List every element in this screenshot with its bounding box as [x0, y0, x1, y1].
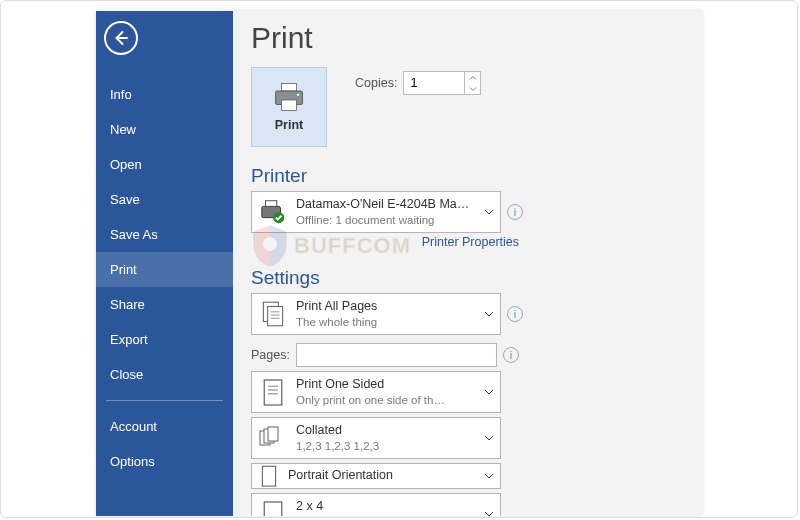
pages-input[interactable]	[296, 343, 497, 367]
sidebar-item-save-as[interactable]: Save As	[96, 217, 233, 252]
arrow-left-icon	[112, 29, 130, 47]
paper-subtitle: 5,33 cm x 10,16 cm	[296, 515, 474, 516]
printer-dropdown[interactable]: Datamax-O'Neil E-4204B Ma… Offline: 1 do…	[251, 191, 501, 233]
chevron-down-icon	[482, 310, 496, 318]
page-single-icon	[258, 377, 288, 407]
settings-heading: Settings	[251, 267, 684, 289]
svg-rect-5	[266, 201, 277, 207]
chevron-down-icon	[482, 510, 496, 516]
copies-input[interactable]	[404, 72, 464, 94]
sides-title: Print One Sided	[296, 377, 474, 393]
paper-title: 2 x 4	[296, 499, 474, 515]
printer-info-icon[interactable]: i	[507, 204, 523, 220]
print-panel: Print Print Copies:	[233, 11, 702, 516]
orientation-title: Portrait Orientation	[288, 468, 474, 484]
printer-properties-link[interactable]: Printer Properties	[251, 235, 519, 249]
printer-name: Datamax-O'Neil E-4204B Ma…	[296, 197, 474, 213]
sidebar-separator	[106, 400, 223, 401]
sidebar-item-share[interactable]: Share	[96, 287, 233, 322]
sidebar-item-open[interactable]: Open	[96, 147, 233, 182]
chevron-down-icon	[482, 472, 496, 480]
sidebar-item-save[interactable]: Save	[96, 182, 233, 217]
pages-label: Pages:	[251, 348, 290, 362]
print-range-subtitle: The whole thing	[296, 315, 474, 329]
chevron-down-icon	[482, 388, 496, 396]
pages-info-icon[interactable]: i	[503, 347, 519, 363]
sidebar-item-account[interactable]: Account	[96, 409, 233, 444]
print-button-label: Print	[275, 118, 303, 132]
chevron-down-icon	[482, 434, 496, 442]
sidebar-item-close[interactable]: Close	[96, 357, 233, 392]
collation-title: Collated	[296, 423, 474, 439]
print-range-info-icon[interactable]: i	[507, 306, 523, 322]
printer-heading: Printer	[251, 165, 684, 187]
sidebar-item-export[interactable]: Export	[96, 322, 233, 357]
print-button[interactable]: Print	[251, 67, 327, 147]
svg-rect-0	[282, 84, 297, 92]
backstage-sidebar: Info New Open Save Save As Print Share E…	[96, 11, 233, 516]
svg-point-3	[297, 94, 299, 96]
svg-rect-20	[264, 502, 282, 517]
print-range-title: Print All Pages	[296, 299, 474, 315]
sidebar-item-print[interactable]: Print	[96, 252, 233, 287]
sides-dropdown[interactable]: Print One Sided Only print on one side o…	[251, 371, 501, 413]
svg-rect-8	[268, 307, 283, 326]
back-button[interactable]	[104, 21, 138, 55]
chevron-down-icon	[482, 208, 496, 216]
paper-size-icon	[258, 499, 288, 516]
copies-control: Copies:	[355, 71, 481, 95]
sidebar-item-new[interactable]: New	[96, 112, 233, 147]
portrait-icon	[258, 465, 280, 487]
page-title: Print	[251, 21, 684, 55]
svg-rect-18	[268, 427, 278, 441]
paper-size-dropdown[interactable]: 2 x 4 5,33 cm x 10,16 cm	[251, 493, 501, 516]
svg-rect-2	[282, 100, 297, 111]
printer-status-icon	[258, 197, 288, 227]
sidebar-item-info[interactable]: Info	[96, 77, 233, 112]
printer-status: Offline: 1 document waiting	[296, 213, 474, 227]
collation-dropdown[interactable]: Collated 1,2,3 1,2,3 1,2,3	[251, 417, 501, 459]
orientation-dropdown[interactable]: Portrait Orientation	[251, 463, 501, 489]
svg-rect-19	[262, 466, 275, 486]
collation-subtitle: 1,2,3 1,2,3 1,2,3	[296, 439, 474, 453]
svg-rect-12	[264, 380, 282, 405]
copies-increment[interactable]	[465, 72, 480, 83]
pages-icon	[258, 299, 288, 329]
print-range-dropdown[interactable]: Print All Pages The whole thing	[251, 293, 501, 335]
copies-label: Copies:	[355, 76, 397, 90]
sides-subtitle: Only print on one side of th…	[296, 393, 474, 407]
printer-icon	[271, 82, 307, 112]
collated-icon	[258, 423, 288, 453]
sidebar-item-options[interactable]: Options	[96, 444, 233, 479]
copies-decrement[interactable]	[465, 83, 480, 94]
